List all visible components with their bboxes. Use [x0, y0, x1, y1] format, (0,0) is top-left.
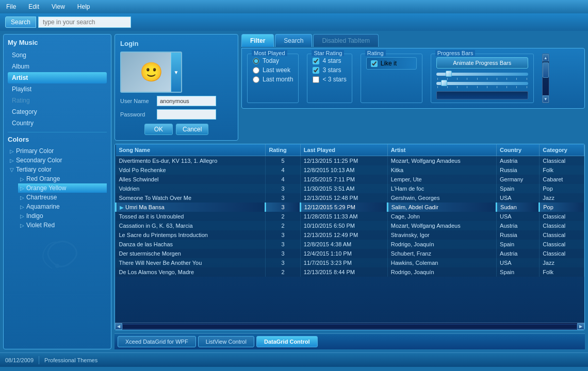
color-chartreuse[interactable]: ▷ Chartreuse — [18, 193, 107, 202]
status-divider — [39, 356, 39, 364]
radio-today[interactable]: Today — [253, 57, 293, 64]
cell-category: Jazz — [540, 193, 584, 203]
scroll-up-button[interactable]: ▲ — [543, 54, 549, 61]
menu-edit[interactable]: Edit — [26, 2, 41, 11]
stars-3[interactable]: 3 stars — [313, 66, 346, 74]
table-row[interactable]: Le Sacre du Printemps Introduction312/13… — [116, 230, 584, 240]
color-red-orange-label: Red Orange — [26, 175, 60, 182]
cell-rating: 3 — [266, 230, 300, 240]
sidebar-item-artist[interactable]: Artist — [8, 72, 107, 83]
data-table-container: Song Name Rating Last Played Artist Coun… — [115, 144, 585, 330]
color-secondary-label: Secondary Color — [16, 157, 62, 164]
color-violet-red[interactable]: ▷ Violet Red — [18, 221, 107, 230]
like-label: Like it — [381, 60, 397, 67]
tab-disabled: Disabled TabItem — [313, 34, 379, 47]
sidebar-item-album[interactable]: Album — [8, 61, 107, 72]
second-slider-track[interactable] — [436, 82, 528, 85]
ok-button[interactable]: OK — [144, 124, 173, 135]
tab-filter[interactable]: Filter — [241, 34, 274, 47]
color-aquamarine[interactable]: ▷ Aquamarine — [18, 202, 107, 211]
table-row[interactable]: Cassation in G, K. 63, Marcia210/10/2015… — [116, 221, 584, 230]
menu-file[interactable]: File — [4, 2, 18, 11]
color-indigo[interactable]: ▷ Indigo — [18, 211, 107, 221]
filter-panel: Most Played Today Last week — [241, 48, 585, 109]
expand-icon: ▷ — [20, 204, 24, 210]
scroll-right-button[interactable]: ▶ — [577, 323, 584, 330]
tick — [477, 78, 478, 80]
cell-artist: Hawkins, Coleman — [387, 258, 496, 267]
table-scroll-wrapper[interactable]: Song Name Rating Last Played Artist Coun… — [115, 144, 584, 323]
bottom-tab-xceed[interactable]: Xceed DataGrid for WPF — [118, 336, 196, 347]
scroll-thumb[interactable] — [543, 62, 549, 78]
horizontal-scrollbar[interactable]: ◀ ▶ — [115, 323, 584, 330]
slider-thumb[interactable] — [446, 71, 452, 77]
login-buttons: OK Cancel — [120, 124, 233, 135]
table-row[interactable]: Tossed as it is Untroubled211/28/2015 11… — [116, 212, 584, 221]
col-last-played[interactable]: Last Played — [300, 144, 387, 156]
table-row[interactable]: ▶ Umri Ma Bansa312/12/2015 5:29 PMSalim,… — [116, 203, 584, 212]
stars-4[interactable]: 4 stars — [313, 57, 346, 64]
tick — [477, 86, 478, 88]
animate-progress-button[interactable]: Animate Progress Bars — [436, 57, 528, 69]
cell-category: Classical — [540, 212, 584, 221]
col-category[interactable]: Category — [540, 144, 584, 156]
password-input[interactable] — [157, 109, 216, 120]
table-row[interactable]: Someone To Watch Over Me312/13/2015 12:4… — [116, 193, 584, 203]
table-row[interactable]: Danza de las Hachas312/8/2015 4:38 AMRod… — [116, 240, 584, 249]
filter-scrollbar[interactable]: ▲ ▼ — [542, 54, 549, 103]
avatar-dropdown-button[interactable]: ▼ — [171, 53, 181, 92]
radio-last-month[interactable]: Last month — [253, 76, 293, 83]
cancel-button[interactable]: Cancel — [176, 124, 208, 135]
col-artist[interactable]: Artist — [387, 144, 496, 156]
cell-artist: Salim, Abdel Gadir — [387, 203, 496, 212]
row-indicator: Der stuermische Morgen — [116, 249, 266, 258]
table-row[interactable]: There Will Never Be Another You311/7/201… — [116, 258, 584, 267]
color-orange-yellow[interactable]: ▷ Orange Yellow — [18, 183, 107, 193]
second-slider-thumb[interactable] — [441, 80, 447, 86]
tab-bar: Filter Search Disabled TabItem — [241, 34, 585, 47]
cell-country: Russia — [497, 230, 540, 240]
expand-icon: ▷ — [10, 148, 14, 154]
stars-less-3[interactable]: < 3 stars — [313, 76, 346, 83]
sidebar-item-country[interactable]: Country — [8, 117, 107, 129]
scroll-left-button[interactable]: ◀ — [115, 323, 122, 330]
col-song-name[interactable]: Song Name — [116, 144, 266, 156]
sidebar-item-song[interactable]: Song — [8, 49, 107, 61]
table-row[interactable]: Divertimento Es-dur, KV 113, 1. Allegro5… — [116, 156, 584, 166]
slider-track[interactable] — [436, 73, 528, 76]
cell-category: Classical — [540, 221, 584, 230]
table-row[interactable]: De Los Alamos Vengo, Madre212/13/2015 8:… — [116, 267, 584, 277]
col-country[interactable]: Country — [497, 144, 540, 156]
like-checkbox[interactable] — [371, 60, 378, 67]
search-input[interactable] — [38, 16, 131, 28]
avatar-box: 🙂 ▼ — [120, 52, 182, 93]
table-row[interactable]: Alles Schwindel411/25/2015 7:11 PMLemper… — [116, 175, 584, 184]
menu-view[interactable]: View — [50, 2, 67, 11]
tab-search[interactable]: Search — [275, 34, 312, 47]
search-label: Search — [5, 16, 36, 28]
cell-rating: 2 — [266, 212, 300, 221]
col-rating[interactable]: Rating — [266, 144, 300, 156]
username-input[interactable] — [157, 96, 216, 106]
bottom-tab-listview[interactable]: ListView Control — [198, 336, 254, 347]
table-row[interactable]: Voldrien311/30/2015 3:51 AML'Ham de focS… — [116, 184, 584, 193]
color-red-orange[interactable]: ▷ Red Orange — [18, 174, 107, 183]
search-bar: Search — [0, 13, 588, 31]
sidebar-item-category[interactable]: Category — [8, 106, 107, 117]
cell-artist: Stravinsky, Igor — [387, 230, 496, 240]
color-primary[interactable]: ▷ Primary Color — [8, 146, 107, 156]
color-secondary[interactable]: ▷ Secondary Color — [8, 156, 107, 165]
color-tertiary[interactable]: ▽ Tertiary color — [8, 165, 107, 174]
radio-last-week[interactable]: Last week — [253, 66, 293, 74]
color-aquamarine-label: Aquamarine — [26, 203, 60, 210]
scroll-down-button[interactable]: ▼ — [543, 95, 549, 103]
sidebar-item-playlist[interactable]: Playlist — [8, 83, 107, 95]
table-row[interactable]: Vdol Po Rechenke412/8/2015 10:13 AMKitka… — [116, 165, 584, 175]
status-theme: Professional Themes — [44, 357, 97, 363]
menu-help[interactable]: Help — [75, 2, 92, 11]
cell-category: Cabaret — [540, 175, 584, 184]
most-played-title: Most Played — [252, 50, 287, 56]
upper-area: Login 🙂 ▼ User Name Password OK — [115, 34, 585, 141]
table-row[interactable]: Der stuermische Morgen312/4/2015 1:10 PM… — [116, 249, 584, 258]
bottom-tab-datagrid[interactable]: DataGrid Control — [256, 336, 318, 347]
